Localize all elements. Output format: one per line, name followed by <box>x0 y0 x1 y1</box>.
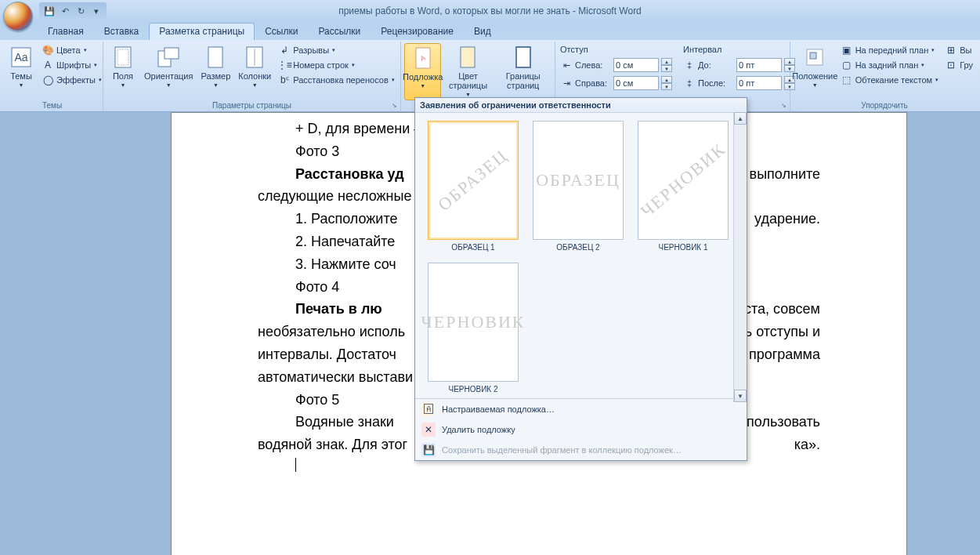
watermark-gallery: Заявления об ограничении ответственности… <box>414 97 747 461</box>
themes-button[interactable]: Aa Темы ▼ <box>5 43 38 100</box>
scroll-up-icon[interactable]: ▲ <box>734 112 747 125</box>
remove-watermark-icon: ✕ <box>421 423 436 437</box>
save-watermark-icon: 💾 <box>421 443 436 457</box>
spin-down-icon[interactable]: ▼ <box>661 65 672 72</box>
columns-button[interactable]: Колонки▼ <box>235 43 274 100</box>
line-numbers-button[interactable]: ⋮≡Номера строк▾ <box>276 58 396 72</box>
spin-up-icon[interactable]: ▲ <box>661 58 672 65</box>
custom-watermark-icon: 🄰 <box>421 402 436 416</box>
remove-watermark-item[interactable]: ✕ Удалить подложку <box>415 419 747 440</box>
scroll-down-icon[interactable]: ▼ <box>734 390 747 402</box>
group-themes: Aa Темы ▼ 🎨Цвета▾ AШрифты▾ ◯Эффекты▾ Тем… <box>2 42 103 111</box>
send-back-icon: ▢ <box>841 59 853 71</box>
breaks-button[interactable]: ↲Разрывы▾ <box>276 43 396 57</box>
undo-icon[interactable]: ↶ <box>58 4 72 18</box>
spacing-after-input[interactable]: 0 пт <box>736 76 782 90</box>
group-icon: ⊡ <box>945 59 957 71</box>
indent-left-input[interactable]: 0 см <box>613 58 659 72</box>
svg-rect-11 <box>461 47 475 67</box>
svg-rect-12 <box>516 47 530 67</box>
save-watermark-item: 💾 Сохранить выделенный фрагмент в коллек… <box>415 440 747 460</box>
text-cursor <box>295 458 296 472</box>
indent-left-icon: ⇤ <box>560 59 573 71</box>
watermark-button[interactable]: A Подложка▼ <box>404 43 441 100</box>
spacing-before-input[interactable]: 0 пт <box>736 58 782 72</box>
position-icon <box>802 45 827 70</box>
redo-icon[interactable]: ↻ <box>74 4 88 18</box>
title-bar: 💾 ↶ ↻ ▾ приемы работы в Word, о которых … <box>0 0 980 22</box>
orientation-button[interactable]: Ориентация▼ <box>141 43 196 100</box>
window-title: приемы работы в Word, о которых вы могли… <box>338 5 642 16</box>
office-button[interactable] <box>3 2 33 31</box>
svg-rect-14 <box>810 53 816 59</box>
spin-up-icon[interactable]: ▲ <box>661 76 672 83</box>
hyphenation-icon: bᶜ <box>278 74 291 86</box>
page-color-icon <box>455 45 480 70</box>
page-setup-launcher[interactable]: ↘ <box>389 100 399 110</box>
gallery-section-header: Заявления об ограничении ответственности <box>415 98 747 113</box>
watermark-item-draft1[interactable]: ЧЕРНОВИК ЧЕРНОВИК 1 <box>636 121 730 252</box>
watermark-item-sample1[interactable]: ОБРАЗЕЦ ОБРАЗЕЦ 1 <box>426 121 520 252</box>
watermark-icon: A <box>410 45 436 71</box>
custom-watermark-item[interactable]: 🄰 Настраиваемая подложка… <box>415 399 747 419</box>
page-borders-icon <box>511 45 536 70</box>
svg-rect-6 <box>208 47 222 67</box>
theme-effects-button[interactable]: ◯Эффекты▾ <box>39 73 104 87</box>
group-page-setup: Поля▼ Ориентация▼ Размер▼ Колонки▼ ↲Разр… <box>103 42 401 111</box>
position-button[interactable]: Положение▼ <box>794 43 837 100</box>
group-arrange-label: Упорядочить <box>794 100 975 111</box>
effects-icon: ◯ <box>42 74 54 86</box>
margins-button[interactable]: Поля▼ <box>107 43 139 100</box>
theme-fonts-button[interactable]: AШрифты▾ <box>39 58 104 72</box>
svg-text:Aa: Aa <box>14 51 27 63</box>
group-button[interactable]: ⊡Гру <box>942 58 975 72</box>
tab-page-layout[interactable]: Разметка страницы <box>149 23 255 40</box>
tab-mailings[interactable]: Рассылки <box>308 23 371 40</box>
hyphenation-button[interactable]: bᶜРасстановка переносов▾ <box>276 73 396 87</box>
tab-home[interactable]: Главная <box>38 23 94 40</box>
tab-insert[interactable]: Вставка <box>94 23 150 40</box>
tab-references[interactable]: Ссылки <box>255 23 308 40</box>
group-page-setup-label: Параметры страницы <box>107 100 397 111</box>
themes-icon: Aa <box>9 45 34 70</box>
indent-right-icon: ⇥ <box>560 77 573 89</box>
margins-icon <box>110 45 136 70</box>
spacing-after-icon: ‡ <box>683 77 696 89</box>
page-borders-button[interactable]: Границы страниц <box>495 43 551 100</box>
svg-rect-5 <box>165 48 179 59</box>
qat-customize-icon[interactable]: ▾ <box>89 4 103 18</box>
size-icon <box>203 45 228 70</box>
align-button[interactable]: ⊞Вы <box>942 43 975 57</box>
colors-icon: 🎨 <box>42 44 54 56</box>
send-to-back-button[interactable]: ▢На задний план▾ <box>838 58 942 72</box>
bring-to-front-button[interactable]: ▣На передний план▾ <box>838 43 942 57</box>
group-themes-label: Темы <box>5 100 99 111</box>
ribbon-tabs: Главная Вставка Разметка страницы Ссылки… <box>0 22 980 40</box>
columns-icon <box>242 45 267 70</box>
spin-down-icon[interactable]: ▼ <box>661 83 672 90</box>
save-icon[interactable]: 💾 <box>42 4 56 18</box>
text-wrapping-button[interactable]: ⬚Обтекание текстом▾ <box>838 73 942 87</box>
orientation-icon <box>156 45 181 70</box>
watermark-item-sample2[interactable]: ОБРАЗЕЦ ОБРАЗЕЦ 2 <box>531 121 625 252</box>
page-color-button[interactable]: Цвет страницы▼ <box>443 43 493 100</box>
fonts-icon: A <box>42 59 54 71</box>
paragraph-launcher[interactable]: ↘ <box>779 100 788 110</box>
tab-view[interactable]: Вид <box>464 23 501 40</box>
watermark-item-draft2[interactable]: ЧЕРНОВИК ЧЕРНОВИК 2 <box>426 263 520 394</box>
theme-colors-button[interactable]: 🎨Цвета▾ <box>39 43 104 57</box>
quick-access-toolbar: 💾 ↶ ↻ ▾ <box>39 2 107 20</box>
bring-front-icon: ▣ <box>841 44 853 56</box>
gallery-scrollbar[interactable]: ▲ ▼ <box>733 112 747 402</box>
group-arrange: Положение▼ ▣На передний план▾ ▢На задний… <box>790 42 978 111</box>
spacing-before-icon: ‡ <box>683 59 696 71</box>
tab-review[interactable]: Рецензирование <box>371 23 464 40</box>
indent-right-input[interactable]: 0 см <box>613 76 659 90</box>
wrap-icon: ⬚ <box>841 74 853 86</box>
line-numbers-icon: ⋮≡ <box>278 59 291 71</box>
align-icon: ⊞ <box>945 44 957 56</box>
breaks-icon: ↲ <box>278 44 291 56</box>
size-button[interactable]: Размер▼ <box>197 43 233 100</box>
